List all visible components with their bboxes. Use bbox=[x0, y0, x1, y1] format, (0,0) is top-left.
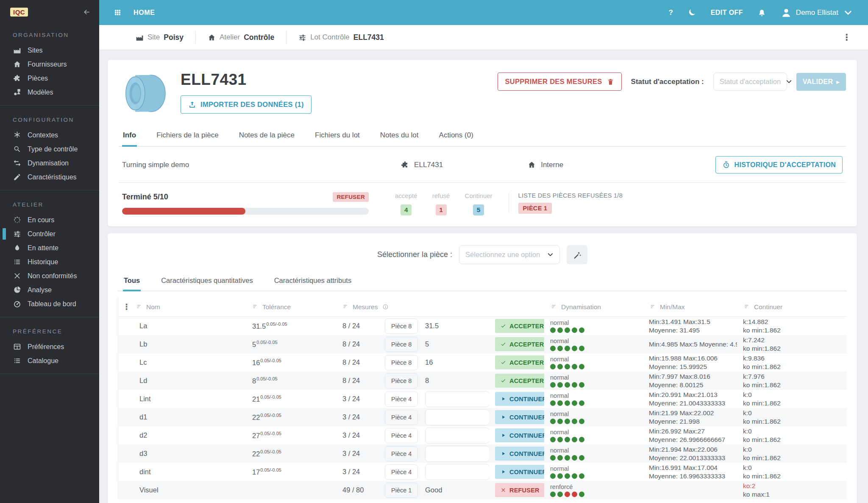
sidebar-item-fournisseurs[interactable]: Fournisseurs bbox=[0, 57, 99, 71]
sidebar-item-contextes[interactable]: Contextes bbox=[0, 128, 99, 142]
apps-grid-icon[interactable] bbox=[114, 8, 122, 17]
sidebar-item-label: Catalogue bbox=[28, 357, 58, 365]
breadcrumb-site[interactable]: Site Poisy bbox=[136, 33, 184, 42]
auto-fill-button[interactable] bbox=[567, 245, 587, 264]
accept-button[interactable]: ACCEPTER bbox=[495, 355, 544, 369]
sidebar-item-dynamisation[interactable]: Dynamisation bbox=[0, 156, 99, 170]
count-continuer: Continuer5 bbox=[465, 192, 492, 215]
edit-mode-toggle[interactable]: EDIT OFF bbox=[711, 9, 743, 17]
piece-chip[interactable]: Pièce 4 bbox=[385, 391, 418, 407]
dark-mode-icon[interactable] bbox=[687, 8, 696, 17]
accept-button[interactable]: ACCEPTER bbox=[495, 374, 544, 388]
measure-input[interactable] bbox=[425, 428, 489, 444]
filter-icon[interactable] bbox=[342, 304, 349, 310]
sidebar-item-en-attente[interactable]: En attente bbox=[0, 241, 99, 255]
sidebar-item-tableau-de-bord[interactable]: Tableau de bord bbox=[0, 297, 99, 311]
sidebar-item-pieces[interactable]: Pièces bbox=[0, 71, 99, 85]
filter-icon[interactable] bbox=[252, 304, 259, 310]
tab-notes-de-la-piece[interactable]: Notes de la pièce bbox=[238, 126, 295, 147]
subtab-caracteristiques-quantitatives[interactable]: Caractéristiques quantitatives bbox=[160, 272, 253, 291]
row-dynamisation: normal bbox=[544, 444, 643, 463]
asterisk-icon bbox=[13, 131, 21, 139]
piece-selector-label: Sélectionner la pièce : bbox=[377, 250, 452, 259]
piece-chip[interactable]: Pièce 4 bbox=[385, 428, 418, 443]
statut-select[interactable]: Statut d'acceptation bbox=[713, 73, 787, 91]
table-menu-kebab[interactable]: ⋮ bbox=[122, 303, 131, 311]
filter-icon[interactable] bbox=[744, 304, 750, 310]
filter-icon[interactable] bbox=[551, 304, 557, 310]
piece-chip[interactable]: Pièce 4 bbox=[385, 446, 418, 461]
sidebar-item-analyse[interactable]: Analyse bbox=[0, 283, 99, 297]
piece-chip[interactable]: Pièce 4 bbox=[385, 464, 418, 480]
sidebar-item-non-conformites[interactable]: Non conformités bbox=[0, 269, 99, 283]
row-mesures: 3 / 24 bbox=[337, 468, 379, 476]
filter-icon[interactable] bbox=[136, 304, 142, 310]
acceptance-history-button[interactable]: HISTORIQUE D'ACCEPTATION bbox=[715, 156, 843, 173]
row-tolerance: 220.05/-0.05 bbox=[245, 449, 337, 458]
import-data-button[interactable]: IMPORTER DES DONNÉES (1) bbox=[181, 95, 312, 114]
continue-button[interactable]: CONTINUER bbox=[495, 410, 544, 424]
tab-actions-0[interactable]: Actions (0) bbox=[438, 126, 474, 147]
vertical-divider bbox=[509, 193, 509, 213]
sidebar-item-catalogue[interactable]: Catalogue bbox=[0, 354, 99, 368]
tab-fichiers-de-la-piece[interactable]: Fichiers de la pièce bbox=[156, 126, 219, 147]
dot-green bbox=[565, 364, 570, 369]
continue-button[interactable]: CONTINUER bbox=[495, 392, 544, 406]
measure-input[interactable] bbox=[425, 391, 489, 407]
user-menu[interactable]: Demo Ellistat bbox=[781, 7, 854, 18]
sidebar-item-preferences[interactable]: Préférences bbox=[0, 340, 99, 354]
measure-input[interactable] bbox=[425, 409, 489, 425]
progress-label: Terminé 5/10 bbox=[122, 193, 168, 201]
continue-button[interactable]: CONTINUER bbox=[495, 428, 544, 442]
sidebar-item-historique[interactable]: Historique bbox=[0, 255, 99, 269]
piece-chip[interactable]: Pièce 4 bbox=[385, 410, 418, 425]
sidebar-item-controler[interactable]: Contrôler bbox=[0, 227, 99, 241]
tab-notes-du-lot[interactable]: Notes du lot bbox=[379, 126, 420, 147]
measure-input[interactable] bbox=[425, 464, 489, 480]
sidebar-item-sites[interactable]: Sites bbox=[0, 43, 99, 57]
tab-info[interactable]: Info bbox=[122, 126, 137, 147]
notifications-icon[interactable] bbox=[757, 8, 766, 17]
refuse-button[interactable]: REFUSER bbox=[495, 483, 544, 497]
row-name: Visuel bbox=[118, 486, 245, 494]
row-continuer: k:9.836ko min:1.862 bbox=[737, 354, 847, 371]
measure-input[interactable] bbox=[425, 446, 489, 462]
info-icon[interactable] bbox=[382, 304, 389, 310]
page-menu-kebab[interactable]: ⋮ bbox=[840, 32, 854, 42]
sidebar-item-modeles[interactable]: Modèles bbox=[0, 85, 99, 99]
dot-green bbox=[572, 382, 577, 388]
row-name: Ld bbox=[118, 377, 245, 385]
home-icon bbox=[13, 60, 21, 68]
breadcrumb-lot[interactable]: Lot Contrôle ELL7431 bbox=[298, 33, 384, 42]
trash-icon bbox=[606, 78, 615, 86]
continue-button[interactable]: CONTINUER bbox=[495, 447, 544, 461]
row-name: La bbox=[118, 322, 245, 330]
sidebar-collapse-icon[interactable] bbox=[83, 8, 91, 16]
home-link[interactable]: HOME bbox=[134, 9, 155, 17]
filter-icon[interactable] bbox=[650, 304, 656, 310]
refused-piece-badge[interactable]: PIÈCE 1 bbox=[518, 203, 552, 214]
piece-chip[interactable]: Pièce 8 bbox=[385, 319, 418, 334]
valider-button[interactable]: VALIDER ▸ bbox=[796, 73, 846, 91]
subtab-caracteristiques-attributs[interactable]: Caractéristiques attributs bbox=[273, 272, 353, 291]
piece-chip[interactable]: Pièce 8 bbox=[385, 355, 418, 370]
delete-measures-button[interactable]: SUPPRIMER DES MESURES bbox=[498, 73, 621, 91]
accept-button[interactable]: ACCEPTER bbox=[495, 319, 544, 333]
breadcrumb-atelier[interactable]: Atelier Contrôle bbox=[208, 33, 274, 42]
sidebar-item-caracteristiques[interactable]: Caractéristiques bbox=[0, 170, 99, 184]
sidebar-nav: ORGANISATIONSitesFournisseursPiècesModèl… bbox=[0, 21, 99, 374]
tab-fichiers-du-lot[interactable]: Fichiers du lot bbox=[314, 126, 361, 147]
piece-chip[interactable]: Pièce 8 bbox=[385, 373, 418, 388]
continue-button[interactable]: CONTINUER bbox=[495, 465, 544, 479]
sidebar-item-en-cours[interactable]: En cours bbox=[0, 213, 99, 227]
subtab-tous[interactable]: Tous bbox=[123, 272, 141, 291]
sidebar-item-type-de-controle[interactable]: Type de contrôle bbox=[0, 142, 99, 156]
page-content: ELL7431 IMPORTER DES DONNÉES (1) SUPPRIM… bbox=[99, 50, 868, 503]
help-button[interactable]: ? bbox=[668, 8, 673, 17]
dot-green bbox=[557, 473, 563, 479]
piece-chip[interactable]: Pièce 8 bbox=[385, 337, 418, 352]
piece-select[interactable]: Sélectionnez une option bbox=[459, 245, 560, 264]
accept-button[interactable]: ACCEPTER bbox=[495, 337, 544, 351]
piece-chip[interactable]: Pièce 1 bbox=[385, 483, 418, 498]
measure-value: Good bbox=[425, 486, 442, 494]
